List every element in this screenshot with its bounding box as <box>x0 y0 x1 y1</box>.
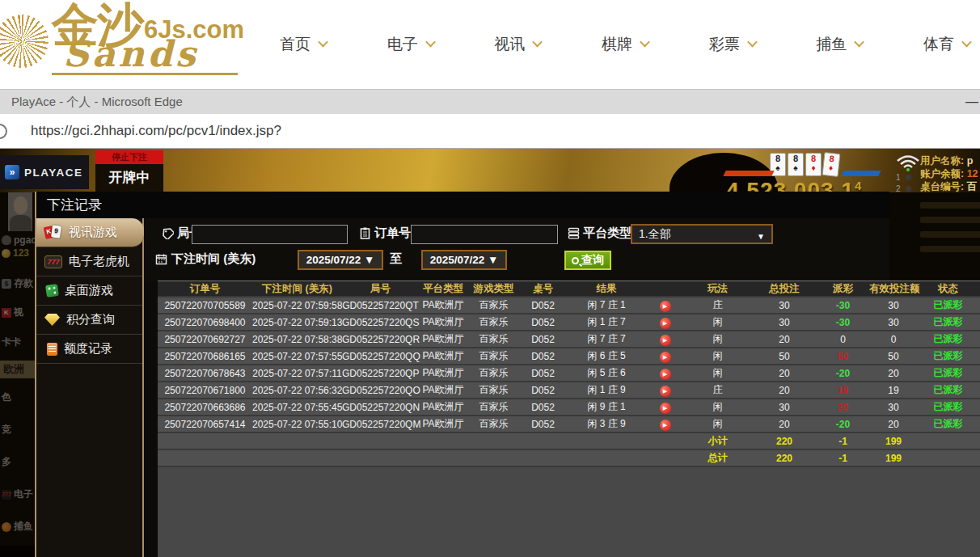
date-to-picker[interactable]: 2025/07/22 ▼ <box>421 250 507 270</box>
order-id-cell: 250722070698400 <box>158 317 252 328</box>
nav-item-live[interactable]: 视讯 <box>489 34 546 55</box>
column-header: 桌号 <box>520 282 566 296</box>
order-id-cell: 250722070705589 <box>158 300 252 311</box>
total-bet-cell: 20 <box>752 334 817 345</box>
totals-valid-bet-cell: 199 <box>869 436 918 447</box>
platform-label: 平台类型 <box>583 226 632 241</box>
replay-video-icon[interactable]: ▶ <box>660 386 671 397</box>
chevron-down-icon <box>425 36 436 47</box>
result-cell: 闲 5 庄 6 <box>566 366 647 380</box>
game-type-cell: 百家乐 <box>467 383 520 397</box>
game-background: » PLAYACE 停止下注 开牌中 8♠8♠8♦8♦ 4,523,003.14… <box>0 149 980 557</box>
sidebar-item-slot-machines[interactable]: 777 电子老虎机 <box>36 247 142 276</box>
totals-payout-cell: -1 <box>817 453 869 464</box>
replay-video-icon[interactable]: ▶ <box>660 403 671 414</box>
table-no-cell: D052 <box>520 368 566 379</box>
platform-cell: PA欧洲厅 <box>419 298 467 312</box>
bet-time-cell: 2025-07-22 07:57:55 <box>252 351 342 362</box>
table-no-cell: D052 <box>520 402 566 413</box>
chevron-down-icon <box>961 36 972 47</box>
table-no-cell: D052 <box>520 419 566 430</box>
status-cell: 已派彩 <box>918 332 978 346</box>
result-cell: 闲 9 庄 1 <box>566 400 647 414</box>
game-type-cell: 百家乐 <box>467 332 520 346</box>
play-type-cell: 闲 <box>683 349 752 363</box>
window-title: PlayAce - 个人 - Microsoft Edge <box>11 95 183 108</box>
valid-bet-cell: 0 <box>869 334 918 345</box>
payout-cell: -20 <box>817 419 869 430</box>
platform-select[interactable]: 1.全部 ▼ <box>631 224 773 244</box>
minimize-button[interactable]: — <box>965 90 978 114</box>
result-cell: 闲 3 庄 9 <box>566 417 647 431</box>
total-bet-cell: 30 <box>752 300 817 311</box>
status-cell: 已派彩 <box>918 366 978 380</box>
round-id-cell: GD052257220QR <box>342 334 419 345</box>
round-id-cell: GD052257220QM <box>342 419 419 430</box>
totals-valid-bet-cell: 199 <box>869 453 918 464</box>
nav-item-lottery[interactable]: 彩票 <box>704 34 761 55</box>
sidebar-item-table-games[interactable]: 桌面游戏 <box>36 276 142 306</box>
playing-cards-icon: K9 <box>44 226 62 240</box>
order-input[interactable] <box>411 225 558 244</box>
search-button[interactable]: 查询 <box>564 251 611 270</box>
clipboard-icon <box>359 227 371 239</box>
modal-left-border <box>35 192 36 557</box>
column-header: 派彩 <box>817 282 869 296</box>
playing-card: 8♦ <box>822 152 841 177</box>
replay-video-icon[interactable]: ▶ <box>660 369 671 380</box>
bet-time-cell: 2025-07-22 07:59:13 <box>252 317 342 328</box>
platform-cell: PA欧洲厅 <box>419 315 467 329</box>
date-from-picker[interactable]: 2025/07/22 ▼ <box>298 250 383 270</box>
table-row: 2507220706718002025-07-22 07:56:32GD0522… <box>158 382 980 399</box>
bead-row-1: 1 <box>896 173 911 182</box>
bet-time-cell: 2025-07-22 07:56:32 <box>252 385 342 396</box>
nav-item-sports[interactable]: 体育 <box>919 34 975 55</box>
player-meter-bar <box>841 171 881 176</box>
table-row: 2507220706927272025-07-22 07:58:38GD0522… <box>158 331 980 348</box>
chevron-down-icon <box>532 36 543 47</box>
sidebar-item-quota-records[interactable]: 额度记录 <box>36 335 142 364</box>
platform-cell: PA欧洲厅 <box>419 383 467 397</box>
round-input[interactable] <box>192 225 348 244</box>
sidebar-item-points-query[interactable]: 积分查询 <box>36 306 142 335</box>
round-id-cell: GD052257220QO <box>342 385 419 396</box>
status-cell: 已派彩 <box>918 400 978 414</box>
column-header: 局号 <box>342 282 419 296</box>
browser-urlbar[interactable]: https://gci.2hhapi.com/pc/pcv1/index.jsp… <box>0 114 980 149</box>
round-id-cell: GD052257220QS <box>342 317 419 328</box>
table-row: 2507220706984002025-07-22 07:59:13GD0522… <box>158 314 980 331</box>
wifi-icon <box>896 154 920 173</box>
valid-bet-cell: 30 <box>869 300 918 311</box>
nav-item-slots[interactable]: 电子 <box>382 34 439 55</box>
table-row: 2507220706636862025-07-22 07:55:45GD0522… <box>158 399 980 416</box>
column-header: 结果 <box>566 282 647 296</box>
game-type-cell: 百家乐 <box>467 349 520 363</box>
result-cell: 闲 6 庄 5 <box>566 349 647 363</box>
platform-cell: PA欧洲厅 <box>419 417 467 431</box>
play-cell: ▶ <box>647 384 683 397</box>
modal-title: 下注记录 <box>35 192 889 218</box>
table-no-cell: D052 <box>520 317 566 328</box>
column-header: 总投注 <box>752 282 817 296</box>
nav-item-fishing[interactable]: 捕鱼 <box>811 34 868 55</box>
nav-item-home[interactable]: 首页 <box>275 34 332 55</box>
table-row: 2507220706786432025-07-22 07:57:11GD0522… <box>158 365 980 382</box>
replay-video-icon[interactable]: ▶ <box>660 335 671 346</box>
valid-bet-cell: 19 <box>869 385 918 396</box>
sidebar-item-live-games[interactable]: K9 视讯游戏 <box>36 218 144 247</box>
round-id-cell: GD052257220QN <box>342 402 419 413</box>
replay-video-icon[interactable]: ▶ <box>660 318 671 329</box>
bet-time-cell: 2025-07-22 07:57:11 <box>252 368 342 379</box>
reload-icon[interactable] <box>0 124 7 139</box>
sunburst-logo-icon <box>0 15 49 68</box>
nav-item-boardgames[interactable]: 棋牌 <box>597 34 653 55</box>
totals-label-cell: 小计 <box>683 434 752 448</box>
table-header-row: 订单号下注时间 (美东)局号平台类型游戏类型桌号结果玩法总投注派彩有效投注额状态 <box>158 281 980 297</box>
payout-cell: 0 <box>817 334 869 345</box>
replay-video-icon[interactable]: ▶ <box>660 301 671 312</box>
replay-video-icon[interactable]: ▶ <box>660 420 671 431</box>
payout-cell: -30 <box>817 317 869 328</box>
replay-video-icon[interactable]: ▶ <box>660 352 671 363</box>
banker-meter-bar <box>723 171 774 176</box>
totals-label-cell: 总计 <box>683 451 752 465</box>
